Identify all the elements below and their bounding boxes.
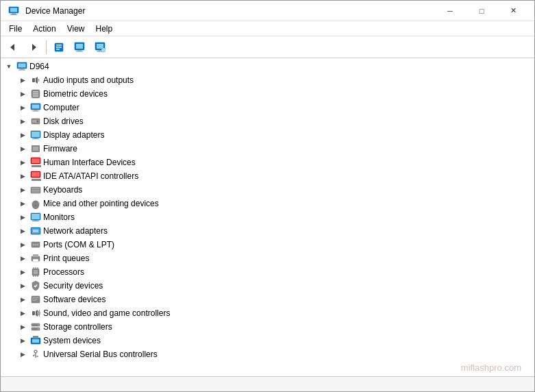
- tb-forward-button[interactable]: [24, 38, 43, 56]
- expand-icon-8[interactable]: ▶: [17, 184, 28, 195]
- svg-rect-71: [34, 270, 38, 274]
- item-label-16: Software devices: [43, 295, 105, 304]
- minimize-button[interactable]: ─: [434, 1, 466, 21]
- svg-rect-80: [32, 299, 38, 299]
- content-area[interactable]: ▼ D964 ▶ Audio inputs and outputs ▶ Biom…: [1, 58, 534, 376]
- menu-file[interactable]: File: [3, 23, 27, 35]
- tree-item[interactable]: ▶ Biometric devices: [1, 87, 534, 101]
- close-button[interactable]: ✕: [497, 1, 529, 21]
- svg-rect-69: [33, 259, 38, 262]
- menu-action[interactable]: Action: [27, 23, 61, 35]
- expand-icon-10[interactable]: ▶: [17, 212, 28, 223]
- expand-icon-4[interactable]: ▶: [17, 130, 28, 140]
- tree-item[interactable]: ▶ Storage controllers: [1, 320, 534, 334]
- tb-device-list-button[interactable]: ↻: [90, 38, 110, 56]
- tb-scan-button[interactable]: [70, 38, 89, 56]
- expand-icon-0[interactable]: ▶: [17, 75, 28, 86]
- tree-item[interactable]: ▶ Display adapters: [1, 128, 534, 142]
- item-label-3: Disk drives: [43, 117, 84, 126]
- tree-item[interactable]: ▶ Monitors: [1, 210, 534, 224]
- tree-item[interactable]: ▶ Human Interface Devices: [1, 156, 534, 169]
- svg-point-85: [38, 324, 39, 326]
- svg-rect-31: [34, 110, 38, 111]
- item-label-6: Human Interface Devices: [43, 158, 136, 167]
- tb-properties-button[interactable]: [49, 38, 69, 56]
- expand-icon-16[interactable]: ▶: [17, 294, 28, 305]
- tree-item[interactable]: ▶ Audio inputs and outputs: [1, 73, 534, 87]
- expand-icon-3[interactable]: ▶: [17, 116, 28, 127]
- tree-children: ▶ Audio inputs and outputs ▶ Biometric d…: [1, 73, 534, 361]
- item-label-2: Computer: [43, 103, 79, 112]
- tree-item[interactable]: ▶ Firmware: [1, 142, 534, 156]
- item-label-17: Sound, video and game controllers: [43, 308, 170, 318]
- svg-rect-22: [20, 69, 24, 70]
- svg-rect-30: [32, 105, 40, 109]
- tree-item[interactable]: ▶ Security devices: [1, 279, 534, 293]
- tree-item[interactable]: ▶ Ports (COM & LPT): [1, 238, 534, 252]
- item-icon-15: [30, 280, 41, 291]
- item-icon-0: [30, 75, 41, 86]
- expand-icon-9[interactable]: ▶: [17, 198, 28, 209]
- expand-icon-18[interactable]: ▶: [17, 321, 28, 332]
- expand-icon-20[interactable]: ▶: [17, 349, 28, 360]
- tree-item[interactable]: ▶ IDE ATA/ATAPI controllers: [1, 169, 534, 183]
- item-icon-9: [30, 198, 41, 209]
- tree-root[interactable]: ▼ D964: [1, 60, 534, 73]
- svg-rect-38: [34, 138, 38, 138]
- expand-icon-19[interactable]: ▶: [17, 335, 28, 346]
- svg-rect-79: [32, 297, 39, 298]
- expand-icon-13[interactable]: ▶: [17, 253, 28, 264]
- menu-bar: File Action View Help: [1, 21, 534, 36]
- item-icon-13: [30, 253, 41, 264]
- tree-item[interactable]: ▶ Mice and other pointing devices: [1, 197, 534, 210]
- svg-point-35: [37, 121, 39, 123]
- expand-icon-11[interactable]: ▶: [17, 225, 28, 236]
- expand-icon-1[interactable]: ▶: [17, 88, 28, 99]
- svg-rect-57: [34, 220, 38, 221]
- svg-rect-88: [33, 336, 38, 339]
- item-icon-17: [30, 308, 41, 319]
- tree-item[interactable]: ▶ System devices: [1, 334, 534, 347]
- svg-rect-49: [32, 188, 40, 190]
- expand-icon-6[interactable]: ▶: [17, 157, 28, 168]
- svg-rect-1: [10, 8, 17, 12]
- svg-rect-32: [32, 111, 39, 112]
- svg-rect-9: [56, 49, 60, 50]
- item-icon-8: [30, 184, 41, 195]
- expand-icon-2[interactable]: ▶: [17, 102, 28, 113]
- svg-rect-81: [32, 300, 36, 301]
- toolbar-separator-1: [46, 40, 47, 54]
- tree-item[interactable]: ▶ Sound, video and game controllers: [1, 306, 534, 320]
- expand-icon-5[interactable]: ▶: [17, 143, 28, 154]
- tree-item[interactable]: ▶ Processors: [1, 265, 534, 279]
- expand-icon-12[interactable]: ▶: [17, 239, 28, 250]
- expand-icon-14[interactable]: ▶: [17, 267, 28, 278]
- expand-icon-17[interactable]: ▶: [17, 308, 28, 319]
- tree-item[interactable]: ▶ Disk drives: [1, 114, 534, 128]
- expand-icon-15[interactable]: ▶: [17, 280, 28, 291]
- menu-help[interactable]: Help: [90, 23, 119, 35]
- root-expand-icon[interactable]: ▼: [3, 61, 14, 72]
- svg-rect-44: [32, 165, 41, 167]
- item-icon-3: [30, 116, 41, 127]
- item-icon-1: [30, 88, 41, 99]
- tree-item[interactable]: ▶ Universal Serial Bus controllers: [1, 347, 534, 361]
- menu-view[interactable]: View: [62, 23, 90, 35]
- svg-point-90: [34, 350, 37, 353]
- item-icon-5: [30, 143, 41, 154]
- title-icon: [8, 5, 19, 16]
- maximize-button[interactable]: □: [466, 1, 497, 21]
- tree-item[interactable]: ▶ Software devices: [1, 293, 534, 306]
- tree-item[interactable]: ▶ Network adapters: [1, 224, 534, 238]
- tree-item[interactable]: ▶ Computer: [1, 101, 534, 114]
- svg-rect-50: [32, 190, 40, 191]
- svg-rect-41: [33, 147, 38, 151]
- tree-item[interactable]: ▶ Print queues: [1, 252, 534, 265]
- svg-rect-23: [18, 70, 25, 71]
- tb-back-button[interactable]: [3, 38, 23, 56]
- tree-item[interactable]: ▶ Keyboards: [1, 183, 534, 197]
- svg-rect-2: [12, 13, 16, 14]
- svg-rect-47: [32, 179, 41, 181]
- expand-icon-7[interactable]: ▶: [17, 171, 28, 182]
- title-text: Device Manager: [25, 6, 85, 16]
